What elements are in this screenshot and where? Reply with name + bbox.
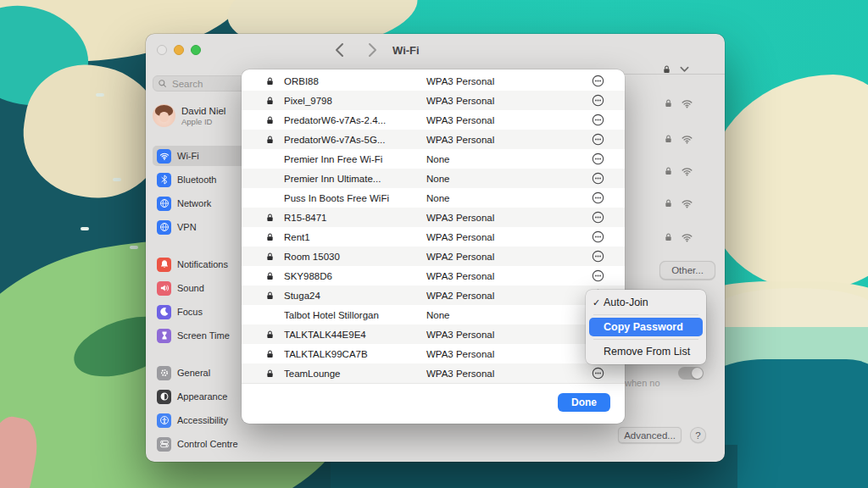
network-security: WPA3 Personal bbox=[426, 96, 592, 106]
minimize-button[interactable] bbox=[174, 45, 184, 55]
network-row-premier-inn-ultimate[interactable]: Premier Inn Ultimate...None bbox=[242, 169, 625, 188]
sidebar-item-vpn[interactable]: VPN bbox=[153, 217, 248, 237]
apple-id-profile[interactable]: David Niel Apple ID bbox=[153, 104, 248, 127]
sidebar-item-general[interactable]: General bbox=[153, 363, 248, 383]
menu-item-copy-password[interactable]: Copy Password bbox=[589, 318, 703, 336]
sidebar-item-focus[interactable]: Focus bbox=[153, 302, 248, 322]
network-name: R15-8471 bbox=[284, 213, 426, 223]
other-network-row[interactable] bbox=[664, 133, 693, 145]
network-name: Pixel_9798 bbox=[284, 96, 426, 106]
more-options-button[interactable] bbox=[592, 230, 604, 243]
network-row-premier-inn-free-wi-fi[interactable]: Premier Inn Free Wi-FiNone bbox=[242, 149, 625, 169]
globe-icon bbox=[157, 197, 171, 211]
network-security: WPA2 Personal bbox=[426, 252, 592, 262]
forward-chevron-icon[interactable] bbox=[366, 42, 378, 58]
close-button[interactable] bbox=[157, 45, 167, 55]
sidebar-item-label: Appearance bbox=[177, 391, 227, 402]
wifi-signal-icon bbox=[681, 97, 693, 109]
zoom-button[interactable] bbox=[191, 45, 201, 55]
sidebar-item-bluetooth[interactable]: Bluetooth bbox=[153, 169, 248, 190]
network-row-talbot-hotel-stillorgan[interactable]: Talbot Hotel StillorganNone bbox=[242, 305, 625, 324]
menu-item-auto-join[interactable]: ✓Auto-Join bbox=[589, 293, 703, 312]
network-name: Talbot Hotel Stillorgan bbox=[284, 310, 426, 320]
network-security: WPA3 Personal bbox=[426, 135, 592, 145]
back-chevron-icon[interactable] bbox=[334, 42, 346, 58]
other-networks-button[interactable]: Other... bbox=[659, 261, 715, 280]
network-row-orbi88[interactable]: ORBI88WPA3 Personal bbox=[242, 71, 625, 91]
search-field[interactable] bbox=[153, 75, 248, 92]
more-options-button[interactable] bbox=[592, 191, 604, 204]
more-options-button[interactable] bbox=[592, 75, 604, 87]
other-network-row[interactable] bbox=[664, 97, 693, 109]
sidebar-item-label: Focus bbox=[177, 307, 203, 317]
sidebar-item-appearance[interactable]: Appearance bbox=[153, 386, 248, 407]
lock-icon bbox=[664, 134, 673, 144]
other-network-row[interactable] bbox=[664, 165, 693, 177]
hourglass-icon bbox=[157, 329, 171, 343]
network-row-pixel-9798[interactable]: Pixel_9798WPA3 Personal bbox=[242, 91, 625, 110]
network-row-rent1[interactable]: Rent1WPA3 Personal bbox=[242, 227, 625, 247]
network-row-talktalk99ca7b[interactable]: TALKTALK99CA7BWPA3 Personal bbox=[242, 344, 625, 363]
sidebar: David Niel Apple ID Wi-FiBluetoothNetwor… bbox=[146, 66, 254, 462]
network-row-predatorw6-v7as-5g[interactable]: PredatorW6-v7As-5G...WPA3 Personal bbox=[242, 130, 625, 149]
sidebar-item-accessibility[interactable]: Accessibility bbox=[153, 410, 248, 430]
sidebar-item-label: Wi-Fi bbox=[177, 151, 199, 161]
menu-separator bbox=[593, 314, 698, 315]
network-security: None bbox=[426, 310, 592, 320]
sidebar-item-control-centre[interactable]: Control Centre bbox=[153, 434, 248, 454]
toggle-knob bbox=[692, 368, 703, 379]
known-networks-sheet: ORBI88WPA3 PersonalPixel_9798WPA3 Person… bbox=[242, 69, 625, 424]
network-row-sky988d6[interactable]: SKY988D6WPA3 Personal bbox=[242, 266, 625, 286]
search-input[interactable] bbox=[170, 78, 242, 90]
sidebar-item-label: General bbox=[177, 368, 210, 378]
network-row-room-15030[interactable]: Room 15030WPA2 Personal bbox=[242, 247, 625, 266]
network-row-predatorw6-v7as-2-4[interactable]: PredatorW6-v7As-2.4...WPA3 Personal bbox=[242, 110, 625, 130]
sidebar-item-label: Control Centre bbox=[177, 439, 238, 449]
other-network-row[interactable] bbox=[664, 197, 693, 209]
network-name: TALKTALK99CA7B bbox=[284, 349, 426, 359]
sidebar-item-network[interactable]: Network bbox=[153, 193, 248, 214]
advanced-button[interactable]: Advanced... bbox=[618, 427, 682, 443]
bluetooth-icon bbox=[157, 173, 171, 187]
sidebar-item-notifications[interactable]: Notifications bbox=[153, 254, 248, 274]
more-options-button[interactable] bbox=[592, 114, 604, 126]
done-button[interactable]: Done bbox=[558, 393, 610, 412]
more-options-button[interactable] bbox=[592, 172, 604, 185]
more-options-button[interactable] bbox=[592, 367, 604, 380]
sidebar-item-label: Accessibility bbox=[177, 415, 228, 425]
more-options-button[interactable] bbox=[592, 250, 604, 263]
network-row-teamlounge[interactable]: TeamLoungeWPA3 Personal bbox=[242, 363, 625, 383]
more-options-button[interactable] bbox=[592, 133, 604, 146]
menu-item-label: Remove From List bbox=[604, 346, 690, 358]
chevron-down-icon[interactable] bbox=[680, 66, 689, 73]
sidebar-item-screen-time[interactable]: Screen Time bbox=[153, 325, 248, 346]
help-button[interactable]: ? bbox=[690, 427, 706, 443]
network-name: ORBI88 bbox=[284, 76, 426, 86]
network-row-r15-8471[interactable]: R15-8471WPA3 Personal bbox=[242, 208, 625, 227]
ask-to-join-toggle[interactable] bbox=[678, 367, 704, 380]
network-row-puss-in-boots-free-wifi[interactable]: Puss In Boots Free WiFiNone bbox=[242, 188, 625, 208]
network-row-talktalk44e9e4[interactable]: TALKTALK44E9E4WPA3 Personal bbox=[242, 324, 625, 344]
sidebar-item-label: VPN bbox=[177, 222, 197, 232]
network-name: Puss In Boots Free WiFi bbox=[284, 193, 426, 203]
wifi-signal-icon bbox=[681, 231, 693, 243]
sidebar-section: Wi-FiBluetoothNetworkVPN bbox=[153, 146, 248, 237]
network-name: PredatorW6-v7As-5G... bbox=[284, 135, 426, 145]
lock-icon bbox=[264, 369, 275, 379]
traffic-lights bbox=[157, 45, 201, 55]
other-network-row[interactable] bbox=[664, 231, 693, 243]
sidebar-item-label: Screen Time bbox=[177, 330, 230, 341]
network-security: None bbox=[426, 193, 592, 203]
sidebar-item-wi-fi[interactable]: Wi-Fi bbox=[153, 146, 248, 166]
toggles-icon bbox=[157, 437, 171, 452]
more-options-button[interactable] bbox=[592, 269, 604, 282]
more-options-button[interactable] bbox=[592, 94, 604, 107]
network-row-stuga24[interactable]: Stuga24WPA2 Personal bbox=[242, 286, 625, 305]
more-options-button[interactable] bbox=[592, 152, 604, 165]
menu-item-label: Copy Password bbox=[604, 321, 683, 333]
sidebar-item-label: Sound bbox=[177, 283, 204, 293]
menu-item-remove-from-list[interactable]: Remove From List bbox=[589, 342, 703, 361]
network-security: None bbox=[426, 154, 592, 164]
sidebar-item-sound[interactable]: Sound bbox=[153, 278, 248, 298]
more-options-button[interactable] bbox=[592, 211, 604, 224]
